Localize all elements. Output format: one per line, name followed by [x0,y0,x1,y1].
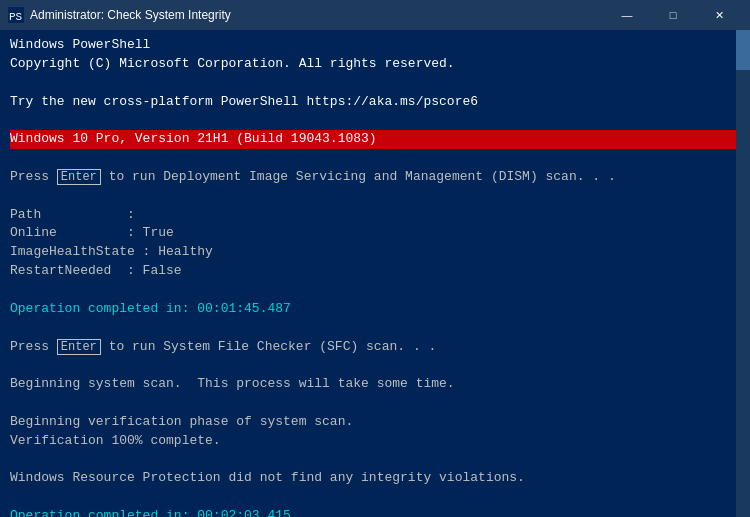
console-line: Beginning verification phase of system s… [10,413,740,432]
console-line: Windows 10 Pro, Version 21H1 (Build 1904… [10,130,740,149]
app-icon: PS [8,7,24,23]
window-title: Administrator: Check System Integrity [30,8,604,22]
console-line: Path : [10,206,740,225]
console-line: Try the new cross-platform PowerShell ht… [10,93,740,112]
console-line: Beginning system scan. This process will… [10,375,740,394]
console-line [10,488,740,507]
minimize-button[interactable]: — [604,0,650,30]
console-line: Operation completed in: 00:02:03.415 [10,507,740,517]
enter-key-badge: Enter [57,339,101,355]
console-line [10,74,740,93]
console-line [10,187,740,206]
console-line [10,111,740,130]
console-line: Press Enter to run Deployment Image Serv… [10,168,740,187]
maximize-button[interactable]: □ [650,0,696,30]
console-line: Operation completed in: 00:01:45.487 [10,300,740,319]
console-line [10,451,740,470]
console-line [10,149,740,168]
console-line: Press Enter to run System File Checker (… [10,338,740,357]
console-line [10,394,740,413]
console-line: Windows PowerShell [10,36,740,55]
console-line: Verification 100% complete. [10,432,740,451]
window-controls: — □ ✕ [604,0,742,30]
console-line [10,356,740,375]
console-line [10,319,740,338]
scrollbar-thumb[interactable] [736,30,750,70]
enter-key-badge: Enter [57,169,101,185]
scrollbar[interactable] [736,30,750,517]
title-bar: PS Administrator: Check System Integrity… [0,0,750,30]
console-output: Windows PowerShellCopyright (C) Microsof… [0,30,750,517]
console-line: Windows Resource Protection did not find… [10,469,740,488]
close-button[interactable]: ✕ [696,0,742,30]
console-line: ImageHealthState : Healthy [10,243,740,262]
console-line: RestartNeeded : False [10,262,740,281]
console-line: Online : True [10,224,740,243]
svg-text:PS: PS [9,11,23,23]
console-line [10,281,740,300]
console-line: Copyright (C) Microsoft Corporation. All… [10,55,740,74]
